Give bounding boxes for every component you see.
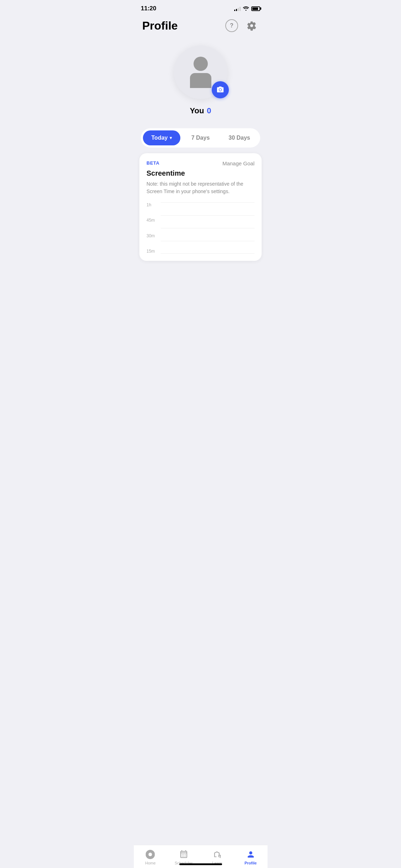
status-bar: 11:20 bbox=[134, 0, 267, 15]
status-icons bbox=[234, 6, 260, 12]
status-time: 11:20 bbox=[141, 5, 156, 12]
screentime-card: BETA Manage Goal Screentime Note: this m… bbox=[139, 153, 262, 261]
chevron-down-icon: ▾ bbox=[170, 135, 172, 140]
chart-line-3 bbox=[161, 228, 255, 241]
signal-icon bbox=[234, 6, 241, 11]
y-label-1h: 1h bbox=[146, 202, 155, 207]
wifi-icon bbox=[243, 6, 249, 12]
camera-button[interactable] bbox=[212, 81, 229, 98]
avatar-section: You 0 bbox=[134, 38, 267, 121]
help-button[interactable]: ? bbox=[225, 19, 239, 33]
beta-badge: BETA bbox=[146, 160, 159, 166]
avatar-wrapper bbox=[174, 46, 227, 99]
user-name: You bbox=[190, 106, 204, 115]
chart-grid bbox=[161, 202, 255, 254]
header-actions: ? bbox=[225, 19, 259, 33]
settings-button[interactable] bbox=[245, 19, 259, 33]
chart-y-labels: 1h 45m 30m 15m bbox=[146, 202, 155, 254]
card-header: BETA Manage Goal bbox=[146, 160, 255, 166]
camera-icon bbox=[216, 86, 224, 94]
header: Profile ? bbox=[134, 15, 267, 38]
screentime-note: Note: this might not be representative o… bbox=[146, 180, 255, 195]
avatar-head bbox=[194, 57, 208, 71]
battery-icon bbox=[251, 6, 260, 11]
y-label-30m: 30m bbox=[146, 233, 155, 238]
page-title: Profile bbox=[142, 19, 178, 32]
manage-goal-button[interactable]: Manage Goal bbox=[222, 160, 255, 166]
gear-icon bbox=[247, 21, 257, 31]
y-label-15m: 15m bbox=[146, 249, 155, 254]
filter-30days[interactable]: 30 Days bbox=[221, 130, 258, 145]
chart-area: 1h 45m 30m 15m bbox=[146, 202, 255, 254]
y-label-45m: 45m bbox=[146, 218, 155, 223]
filter-today[interactable]: Today ▾ bbox=[143, 130, 180, 145]
screentime-title: Screentime bbox=[146, 169, 255, 177]
user-score: 0 bbox=[207, 106, 211, 115]
chart-line-2 bbox=[161, 215, 255, 228]
avatar-person bbox=[190, 57, 211, 88]
help-icon: ? bbox=[225, 19, 238, 32]
filter-today-label: Today bbox=[151, 135, 168, 141]
user-name-row: You 0 bbox=[190, 106, 211, 115]
chart-line-4 bbox=[161, 241, 255, 254]
chart-line-1 bbox=[161, 202, 255, 215]
time-filter: Today ▾ 7 Days 30 Days bbox=[141, 128, 260, 148]
avatar-body bbox=[190, 73, 211, 88]
filter-7days[interactable]: 7 Days bbox=[182, 130, 219, 145]
